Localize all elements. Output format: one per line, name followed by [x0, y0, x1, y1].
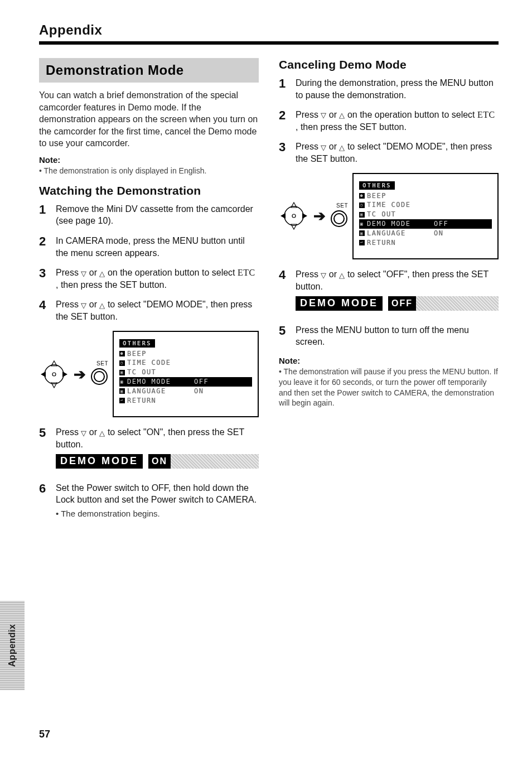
- step-text: Press ▽ or △ to select "ON", then press …: [56, 426, 259, 474]
- svg-marker-12: [280, 213, 286, 219]
- set-button-icon: SET: [90, 360, 108, 388]
- demo-bar-label: DEMO MODE: [56, 454, 143, 469]
- cancel-steps: 1 During the demonstration, press the ME…: [279, 77, 499, 165]
- down-triangle-icon: ▽: [321, 144, 326, 151]
- step-number: 1: [39, 203, 56, 216]
- step-number: 2: [279, 109, 296, 122]
- menu-item: DEMO MODE: [367, 219, 434, 229]
- etc-label: ETC: [238, 268, 255, 277]
- topic-banner: Demonstration Mode: [39, 58, 259, 83]
- menu-item: TC OUT: [127, 368, 194, 377]
- content-columns: Demonstration Mode You can watch a brief…: [39, 58, 499, 527]
- svg-marker-4: [41, 372, 46, 377]
- menu-item: BEEP: [127, 349, 194, 359]
- step-text: During the demonstration, press the MENU…: [296, 77, 499, 101]
- up-triangle-icon: △: [339, 112, 345, 119]
- menu-item: BEEP: [367, 191, 434, 201]
- divider: [39, 41, 499, 45]
- t: on the operation button to select: [108, 268, 238, 277]
- demo-mode-bar: DEMO MODE OFF: [296, 296, 499, 311]
- up-triangle-icon: △: [339, 272, 345, 279]
- menu-screen: OTHERS ●BEEP ◷TIME CODE ▣TC OUT ▣DEMO MO…: [113, 331, 259, 418]
- watching-steps: 1 Remove the Mini DV cassette from the c…: [39, 203, 259, 323]
- svg-point-15: [334, 214, 344, 224]
- demo-mode-bar: DEMO MODE ON: [56, 454, 259, 469]
- t: , then press the SET button.: [56, 280, 167, 290]
- menu-value: OFF: [434, 219, 448, 229]
- up-triangle-icon: △: [99, 302, 105, 309]
- menu-value: OFF: [194, 377, 209, 387]
- step-subtext: • The demonstration begins.: [56, 508, 259, 519]
- section-title: Appendix: [39, 22, 499, 38]
- t: Set the Power switch to OFF, then hold d…: [56, 483, 257, 505]
- side-tab-label: Appendix: [7, 624, 17, 667]
- page-number: 57: [39, 729, 50, 740]
- menu-item: TC OUT: [367, 210, 434, 219]
- step-text: Remove the Mini DV cassette from the cam…: [56, 203, 259, 227]
- joystick-icon: [39, 359, 69, 389]
- control-diagram: ➔ SET OTHERS ●BEEP ◷TIME CODE ▣TC OUT ▣D…: [279, 173, 499, 260]
- demo-bar-value: OFF: [388, 296, 416, 311]
- menu-item: TIME CODE: [127, 358, 194, 368]
- step-text: Press the MENU button to turn off the me…: [296, 324, 499, 348]
- manual-page: Appendix Demonstration Mode You can watc…: [0, 0, 532, 757]
- svg-marker-5: [62, 372, 67, 377]
- control-diagram: ➔ SET OTHERS ●BEEP ◷TIME CODE ▣TC OUT ▣D…: [39, 331, 259, 418]
- step-number: 6: [39, 482, 56, 495]
- step-text: In CAMERA mode, press the MENU button un…: [56, 235, 259, 259]
- t: Press: [56, 427, 81, 437]
- note-label: Note:: [39, 155, 259, 165]
- menu-screen: OTHERS ●BEEP ◷TIME CODE ▣TC OUT ▣DEMO MO…: [352, 173, 499, 260]
- up-triangle-icon: △: [339, 144, 345, 151]
- t: Press: [56, 268, 81, 277]
- svg-point-1: [52, 373, 56, 376]
- step-number: 4: [39, 298, 56, 312]
- step-text: Press ▽ or △ to select "DEMO MODE", then…: [56, 298, 259, 322]
- t: Press: [296, 142, 321, 151]
- menu-value: ON: [194, 387, 204, 396]
- down-triangle-icon: ▽: [321, 112, 326, 119]
- menu-item: TIME CODE: [367, 200, 434, 210]
- step-text: Press ▽ or △ on the operation button to …: [56, 267, 259, 291]
- t: or: [329, 269, 340, 279]
- set-label: SET: [330, 202, 348, 209]
- step-text: Press ▽ or △ on the operation button to …: [296, 109, 499, 133]
- t: , then press the SET button.: [296, 122, 407, 132]
- left-column: Demonstration Mode You can watch a brief…: [39, 58, 259, 527]
- menu-item: RETURN: [367, 238, 434, 248]
- t: or: [329, 110, 340, 119]
- t: or: [329, 142, 340, 151]
- step-number: 4: [279, 268, 296, 282]
- t: Press: [296, 110, 321, 119]
- note-text: • The demonstration will pause if you pr…: [279, 367, 499, 409]
- svg-point-9: [292, 214, 296, 218]
- svg-point-8: [284, 206, 303, 225]
- down-triangle-icon: ▽: [321, 272, 326, 279]
- menu-item: LANGUAGE: [127, 387, 194, 396]
- t: Press: [296, 269, 321, 279]
- menu-item: RETURN: [127, 396, 194, 406]
- step-text: Press ▽ or △ to select "OFF", then press…: [296, 268, 499, 316]
- up-triangle-icon: △: [99, 270, 105, 277]
- note-label: Note:: [279, 356, 499, 365]
- step-number: 2: [39, 235, 56, 248]
- menu-title: OTHERS: [359, 181, 395, 190]
- up-triangle-icon: △: [99, 430, 105, 437]
- svg-point-7: [94, 372, 104, 382]
- set-button-icon: SET: [330, 202, 348, 230]
- step-text: Press ▽ or △ to select "DEMO MODE", then…: [296, 141, 499, 165]
- menu-title: OTHERS: [119, 339, 155, 348]
- menu-item: LANGUAGE: [367, 229, 434, 238]
- arrow-right-icon: ➔: [313, 209, 326, 223]
- step-number: 5: [39, 426, 56, 440]
- down-triangle-icon: ▽: [81, 430, 86, 437]
- down-triangle-icon: ▽: [81, 270, 86, 277]
- t: or: [89, 300, 100, 309]
- joystick-icon: [279, 201, 309, 231]
- step-number: 1: [279, 77, 296, 90]
- intro-text: You can watch a brief demonstration of t…: [39, 89, 259, 150]
- menu-value: ON: [434, 229, 443, 238]
- step-number: 5: [279, 324, 296, 337]
- svg-marker-13: [302, 213, 307, 219]
- t: on the operation button to select: [347, 110, 477, 119]
